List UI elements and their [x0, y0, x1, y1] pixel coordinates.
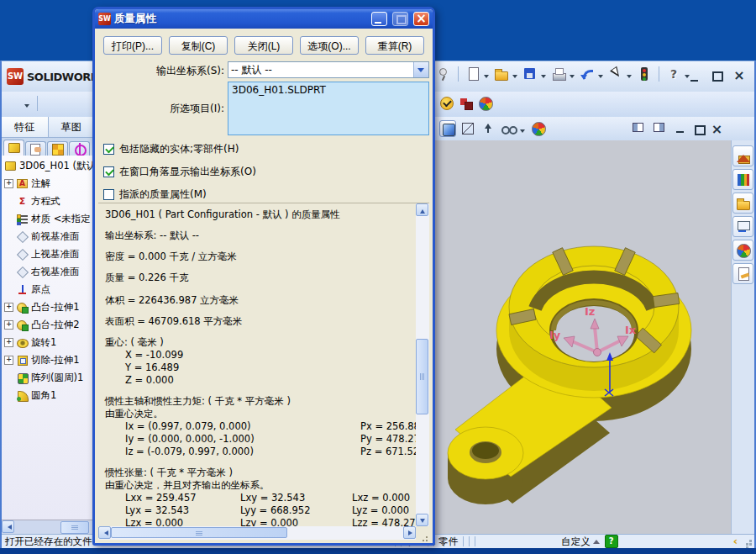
task-pane-design-library-button[interactable]: [732, 169, 753, 190]
wireframe-icon[interactable]: [459, 120, 476, 137]
task-pane: [731, 140, 754, 534]
measure-icon[interactable]: [44, 95, 60, 112]
tree-item[interactable]: +注解: [2, 175, 95, 193]
scroll-up-button[interactable]: [416, 203, 428, 216]
color-wheel-icon[interactable]: [477, 95, 494, 112]
expand-toggle[interactable]: +: [4, 303, 13, 312]
task-pane-file-explorer-button[interactable]: [732, 193, 753, 214]
print-dropdown-icon[interactable]: [570, 75, 575, 81]
display-mode-icon[interactable]: [500, 120, 517, 137]
selection-filter-dropdown-icon[interactable]: [24, 104, 29, 110]
dialog-button[interactable]: 选项(O)...: [300, 36, 359, 55]
output-coord-combobox[interactable]: -- 默认 --: [228, 61, 429, 78]
task-pane-view-palette-button[interactable]: [732, 216, 753, 237]
tree-item[interactable]: 右视基准面: [2, 263, 95, 281]
scroll-left-button[interactable]: [2, 520, 14, 533]
status-help-icon[interactable]: ?: [605, 535, 618, 548]
traffic-light-icon[interactable]: [636, 66, 653, 82]
dialog-titlebar[interactable]: SW 质量属性: [95, 9, 433, 29]
report-gap: [105, 221, 416, 230]
shaded-icon[interactable]: [439, 120, 456, 137]
checkbox[interactable]: [103, 166, 114, 177]
checkbox[interactable]: [103, 144, 114, 155]
dialog-button[interactable]: 打印(P)...: [103, 36, 162, 55]
minimize-icon[interactable]: [687, 68, 704, 85]
select-icon[interactable]: [607, 66, 624, 82]
undo-dropdown-icon[interactable]: [598, 75, 603, 81]
tree-item[interactable]: 圆角1: [2, 387, 95, 404]
tree-item[interactable]: 3D06_H01 (默认: [2, 157, 95, 175]
dialog-sw-icon: SW: [98, 13, 111, 25]
report-cell: Lxz = 0.000: [352, 492, 410, 504]
graphics-viewport[interactable]: Iz Iy Ix: [435, 140, 731, 534]
task-pane-resources-home-button[interactable]: [732, 145, 753, 166]
scroll-left-button[interactable]: [98, 526, 111, 539]
tile-right-icon[interactable]: [652, 120, 669, 137]
selected-items-listbox[interactable]: 3D06_H01.SLDPRT: [228, 82, 429, 135]
report-horizontal-scrollbar[interactable]: [98, 526, 416, 540]
expand-toggle[interactable]: +: [4, 320, 13, 330]
tile-left-icon[interactable]: [631, 120, 648, 137]
task-pane-custom-properties-button[interactable]: [732, 263, 753, 284]
tree-item[interactable]: 原点: [2, 281, 95, 298]
tree-item[interactable]: 前视基准面: [2, 228, 95, 245]
pin-icon[interactable]: [435, 66, 452, 82]
vertical-scroll-thumb[interactable]: [416, 339, 428, 414]
task-pane-collapse-icon[interactable]: ‹: [733, 536, 738, 547]
status-customize[interactable]: 自定义: [561, 536, 600, 548]
tree-item[interactable]: +凸台-拉伸2: [2, 316, 95, 334]
expand-toggle[interactable]: +: [4, 179, 13, 188]
report-vertical-scrollbar[interactable]: [416, 203, 429, 526]
minimize-icon[interactable]: [673, 122, 687, 136]
scroll-thumb[interactable]: [60, 521, 89, 534]
color-swatch-icon[interactable]: [458, 95, 475, 112]
tree-item[interactable]: +切除-拉伸1: [2, 351, 95, 369]
dialog-button[interactable]: 复制(C): [169, 36, 228, 55]
dialog-minimize-button[interactable]: [371, 12, 387, 26]
dialog-close-button[interactable]: [413, 12, 429, 26]
dialog-resize-grip[interactable]: [416, 526, 429, 540]
print-icon[interactable]: [550, 66, 567, 82]
tree-horizontal-scrollbar[interactable]: [2, 520, 96, 534]
tree-item[interactable]: +凸台-拉伸1: [2, 298, 95, 316]
tree-item[interactable]: 方程式: [2, 193, 95, 210]
close-icon[interactable]: [731, 68, 748, 85]
render-icon[interactable]: [530, 120, 547, 137]
report-text[interactable]: 3D06_H01 ( Part Configuration - 默认 ) 的质量…: [98, 203, 416, 526]
help-icon[interactable]: [665, 66, 682, 82]
close-icon[interactable]: [710, 122, 724, 136]
report-gap: [105, 307, 416, 315]
restore-icon[interactable]: [709, 68, 726, 85]
new-icon[interactable]: [465, 66, 481, 82]
open-icon[interactable]: [493, 66, 510, 82]
view-orientation-icon[interactable]: [480, 120, 496, 137]
save-dropdown-icon[interactable]: [541, 75, 546, 81]
expand-toggle[interactable]: +: [4, 338, 13, 347]
save-icon[interactable]: [522, 66, 538, 82]
task-pane-network-button[interactable]: [732, 240, 753, 261]
tree-item[interactable]: 材质 <未指定: [2, 210, 95, 228]
display-mode-dropdown-icon[interactable]: [520, 129, 525, 135]
tree-item[interactable]: +旋转1: [2, 334, 95, 351]
dialog-button[interactable]: 关闭(L): [234, 36, 293, 55]
checkbox[interactable]: [103, 189, 114, 200]
horizontal-scroll-thumb[interactable]: [111, 527, 287, 538]
scroll-down-button[interactable]: [416, 514, 428, 526]
spell-check-icon[interactable]: [438, 95, 455, 112]
scroll-right-button[interactable]: [403, 526, 416, 539]
open-dropdown-icon[interactable]: [512, 75, 517, 81]
undo-icon[interactable]: [579, 66, 596, 82]
tab-草图[interactable]: 草图: [49, 117, 96, 137]
restore-icon[interactable]: [691, 122, 706, 136]
combobox-dropdown-icon[interactable]: [413, 62, 428, 77]
selection-filter-icon[interactable]: [5, 95, 22, 112]
expand-toggle[interactable]: +: [4, 356, 13, 365]
dialog-button[interactable]: 重算(R): [365, 36, 424, 55]
tree-item[interactable]: 上视基准面: [2, 245, 95, 263]
mass-properties-icon[interactable]: [63, 95, 80, 112]
new-dropdown-icon[interactable]: [484, 75, 489, 81]
tree-item[interactable]: 阵列(圆周)1: [2, 369, 95, 387]
tab-特征[interactable]: 特征: [2, 117, 49, 137]
resize-grip[interactable]: [743, 536, 753, 546]
select-dropdown-icon[interactable]: [627, 75, 632, 81]
